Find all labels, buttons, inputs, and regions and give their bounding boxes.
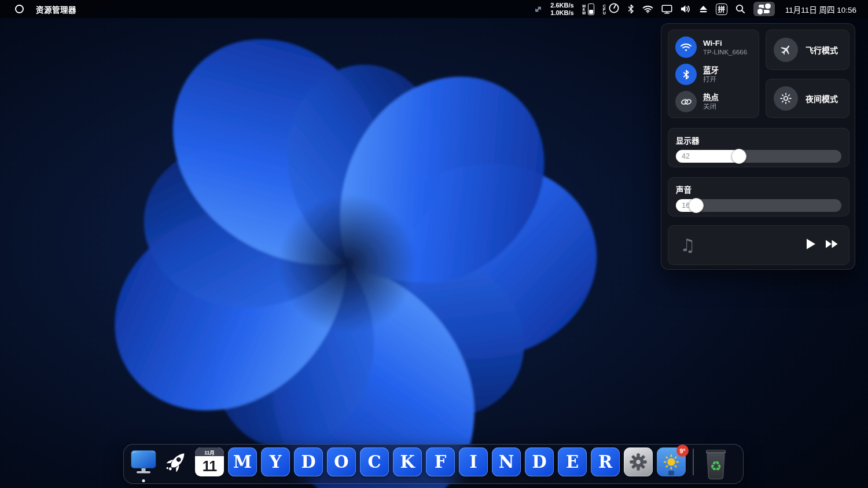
letter-label: R — [598, 452, 612, 472]
night-mode-sun-icon — [774, 86, 798, 111]
calendar-month: 11月 — [195, 447, 224, 456]
control-center-button[interactable] — [753, 2, 775, 16]
hotspot-row[interactable]: 热点 关闭 — [675, 88, 759, 115]
volume-slider[interactable]: 16 — [676, 199, 841, 212]
letter-label: C — [367, 452, 381, 472]
bluetooth-row[interactable]: 蓝牙 打开 — [675, 61, 759, 88]
dock-item-letter-c[interactable]: C — [360, 447, 389, 476]
dock-item-letter-r[interactable]: R — [591, 447, 620, 476]
hotspot-state: 关闭 — [703, 102, 719, 111]
input-method-indicator[interactable]: 拼 — [716, 3, 727, 15]
dock-item-letter-e[interactable]: E — [558, 447, 587, 476]
dock-item-letter-f[interactable]: F — [426, 447, 455, 476]
recycle-symbol-icon: ♻ — [710, 458, 722, 474]
desktop: 资源管理器 2.6KB/s 1.0KB/s MEM CPU — [0, 0, 868, 488]
volume-slider-label: 声音 — [676, 184, 841, 195]
letter-label: Y — [270, 452, 282, 472]
bluetooth-toggle-icon[interactable] — [675, 64, 697, 85]
dock-item-letter-i[interactable]: I — [459, 447, 488, 476]
bluetooth-status-icon[interactable] — [628, 4, 634, 14]
cpu-label: CPU — [602, 4, 606, 14]
hotspot-title: 热点 — [703, 93, 719, 102]
datetime-display[interactable]: 11月11日 周四 10:56 — [785, 3, 856, 15]
upload-speed: 2.6KB/s — [550, 2, 573, 9]
cpu-indicator[interactable]: CPU — [602, 2, 620, 16]
letter-label: K — [400, 452, 414, 472]
dock-item-letter-o[interactable]: O — [327, 447, 356, 476]
display-slider-knob[interactable] — [731, 149, 746, 164]
weather-mini-display — [668, 471, 674, 475]
connectivity-card: Wi-Fi TP-LINK_6666 蓝牙 打开 — [668, 30, 759, 118]
play-button[interactable] — [806, 239, 816, 252]
search-icon[interactable] — [735, 4, 745, 14]
display-slider-label: 显示器 — [676, 134, 841, 146]
letter-label: E — [566, 452, 579, 472]
gear-icon — [626, 450, 650, 474]
memory-indicator[interactable]: MEM — [582, 3, 594, 15]
volume-slider-fill: 16 — [676, 199, 703, 212]
wifi-title: Wi-Fi — [703, 39, 747, 48]
letter-label: I — [469, 452, 477, 472]
dock-item-launcher[interactable] — [162, 447, 191, 476]
dock-item-calendar[interactable]: 11月 11 — [195, 447, 224, 476]
bluetooth-title: 蓝牙 — [703, 66, 719, 75]
toggle-pill-icon — [759, 5, 770, 8]
dock-item-letter-n[interactable]: N — [492, 447, 521, 476]
dock-separator — [693, 449, 694, 475]
night-mode-card[interactable]: 夜间模式 — [766, 79, 849, 118]
dock-item-weather[interactable]: 9° — [657, 447, 686, 476]
dock-item-letter-d2[interactable]: D — [525, 447, 554, 476]
wifi-network-name: TP-LINK_6666 — [703, 48, 747, 56]
letter-label: D — [301, 452, 315, 472]
control-center-panel: Wi-Fi TP-LINK_6666 蓝牙 打开 — [661, 23, 855, 270]
cpu-gauge-icon — [608, 2, 620, 16]
next-track-button[interactable] — [826, 240, 838, 251]
letter-label: D — [532, 452, 546, 472]
system-logo-icon[interactable] — [15, 5, 24, 13]
music-player-card: ♫ — [668, 225, 849, 265]
dock-item-settings[interactable] — [624, 447, 653, 476]
bluetooth-state: 打开 — [703, 75, 719, 83]
dock-item-recycle-bin[interactable]: ♻ — [701, 447, 731, 481]
display-slider-fill: 42 — [676, 150, 745, 163]
hotspot-toggle-icon[interactable] — [675, 91, 697, 112]
display-brightness-card: 显示器 42 — [668, 128, 849, 167]
display-status-icon[interactable] — [661, 5, 672, 14]
active-app-title[interactable]: 资源管理器 — [36, 3, 76, 15]
dock-item-letter-k[interactable]: K — [393, 447, 422, 476]
volume-slider-knob[interactable] — [689, 198, 704, 213]
dock-item-computer[interactable] — [129, 447, 158, 476]
letter-label: F — [435, 452, 447, 472]
wifi-status-icon[interactable] — [642, 5, 653, 13]
wifi-toggle-icon[interactable] — [675, 36, 697, 58]
dock-item-letter-d1[interactable]: D — [294, 447, 323, 476]
download-speed: 1.0KB/s — [550, 9, 573, 17]
letter-label: N — [499, 452, 514, 472]
letter-label: M — [233, 452, 252, 472]
network-activity-icon[interactable] — [534, 5, 542, 13]
weather-temperature-badge: 9° — [676, 445, 689, 457]
memory-label: MEM — [582, 4, 586, 14]
eject-icon[interactable] — [699, 5, 708, 13]
memory-bar-icon — [588, 3, 594, 15]
menubar: 资源管理器 2.6KB/s 1.0KB/s MEM CPU — [0, 0, 868, 18]
wifi-row[interactable]: Wi-Fi TP-LINK_6666 — [675, 34, 759, 61]
computer-icon — [129, 447, 158, 476]
dock: 11月 11 M Y D O C K F I N D E R — [123, 444, 744, 484]
dock-item-letter-y[interactable]: Y — [261, 447, 290, 476]
music-note-icon: ♫ — [680, 235, 696, 255]
display-brightness-slider[interactable]: 42 — [676, 150, 841, 163]
letter-label: O — [334, 452, 348, 472]
volume-card: 声音 16 — [668, 177, 849, 217]
toggle-pill-icon — [759, 10, 770, 13]
airplane-mode-label: 飞行模式 — [806, 44, 838, 56]
display-slider-value: 42 — [682, 152, 690, 160]
rocket-icon — [162, 447, 191, 476]
airplane-mode-card[interactable]: 飞行模式 — [766, 30, 849, 70]
calendar-day: 11 — [195, 456, 224, 476]
network-speed-indicator[interactable]: 2.6KB/s 1.0KB/s — [550, 2, 573, 16]
airplane-icon — [774, 38, 798, 62]
volume-status-icon[interactable] — [681, 5, 691, 13]
dock-item-letter-m[interactable]: M — [228, 447, 257, 476]
running-indicator-dot — [142, 479, 145, 482]
